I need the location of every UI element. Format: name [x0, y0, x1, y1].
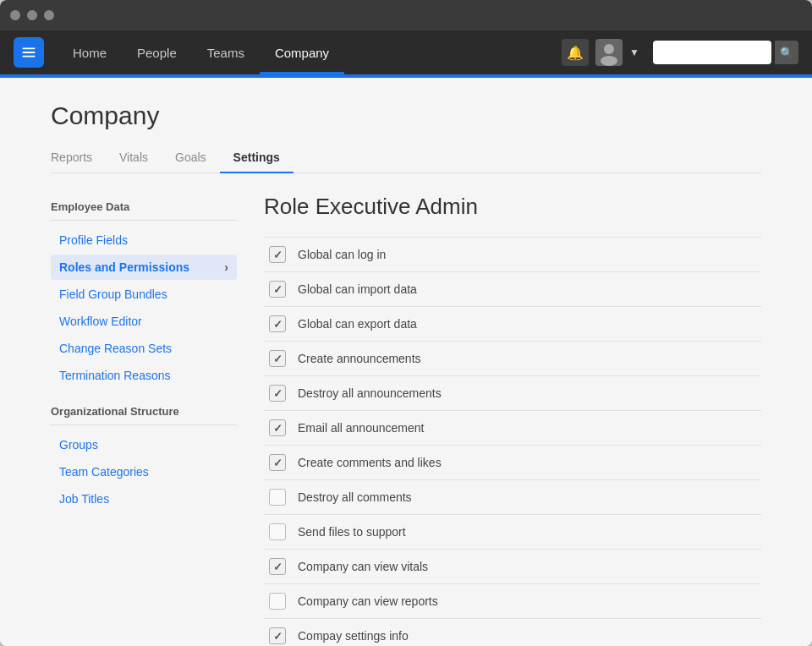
permission-checkbox[interactable] — [269, 385, 286, 402]
permission-row: Destroy all comments — [264, 480, 761, 515]
minimize-dot — [27, 10, 37, 20]
sidebar-item-profile-fields[interactable]: Profile Fields — [51, 227, 237, 253]
tab-goals[interactable]: Goals — [162, 144, 220, 172]
svg-point-1 — [601, 56, 617, 66]
permission-label: Company can view reports — [298, 594, 438, 608]
permission-label: Global can log in — [298, 248, 386, 261]
notifications-bell[interactable]: 🔔 — [562, 39, 589, 66]
permission-row: Create announcements — [264, 342, 761, 376]
sidebar-item-workflow-editor[interactable]: Workflow Editor — [51, 309, 237, 334]
sidebar-divider-2 — [51, 424, 237, 425]
permission-label: Compay settings info — [298, 629, 409, 643]
permission-row: Destroy all announcements — [264, 376, 761, 411]
role-title: Role Executive Admin — [264, 194, 761, 220]
permission-row: Compay settings info — [264, 619, 761, 646]
permission-checkbox[interactable] — [269, 419, 286, 436]
navbar: Home People Teams Company 🔔 ▼ 🔍 — [0, 30, 812, 74]
sidebar-item-job-titles[interactable]: Job Titles — [51, 486, 237, 512]
permission-checkbox[interactable] — [269, 454, 286, 471]
permission-row: Create comments and likes — [264, 446, 761, 480]
permission-checkbox[interactable] — [269, 523, 286, 540]
close-dot — [10, 10, 20, 20]
nav-links: Home People Teams Company — [58, 30, 562, 74]
permission-row: Company can view vitals — [264, 550, 761, 584]
page-tabs: Reports Vitals Goals Settings — [51, 144, 761, 173]
permission-label: Global can import data — [298, 282, 417, 296]
permission-label: Destroy all announcements — [298, 386, 442, 400]
permission-row: Send files to support — [264, 515, 761, 550]
nav-people[interactable]: People — [122, 30, 192, 74]
content-area: Employee Data Profile Fields Roles and P… — [0, 173, 812, 646]
maximize-dot — [44, 10, 54, 20]
permission-label: Company can view vitals — [298, 560, 428, 573]
sidebar: Employee Data Profile Fields Roles and P… — [51, 194, 237, 646]
main-content: Company Reports Vitals Goals Settings Em… — [0, 78, 812, 646]
org-structure-label: Organizational Structure — [51, 405, 237, 418]
permission-checkbox[interactable] — [269, 558, 286, 575]
app-window: Home People Teams Company 🔔 ▼ 🔍 Company … — [0, 0, 812, 646]
permission-label: Destroy all comments — [298, 490, 412, 504]
app-logo[interactable] — [14, 37, 44, 68]
panel: Role Executive Admin Global can log inGl… — [264, 194, 761, 646]
permission-label: Send files to support — [298, 525, 406, 539]
permission-label: Create comments and likes — [298, 456, 442, 469]
svg-point-0 — [604, 44, 614, 54]
nav-company[interactable]: Company — [260, 30, 344, 74]
tab-settings[interactable]: Settings — [220, 144, 294, 172]
sidebar-item-groups[interactable]: Groups — [51, 432, 237, 457]
page-title: Company — [51, 101, 761, 130]
permissions-list: Global can log inGlobal can import dataG… — [264, 237, 761, 646]
permission-row: Company can view reports — [264, 584, 761, 619]
nav-home[interactable]: Home — [58, 30, 122, 74]
permission-checkbox[interactable] — [269, 315, 286, 332]
permission-label: Email all announcement — [298, 421, 424, 435]
permission-row: Global can import data — [264, 272, 761, 307]
sidebar-item-roles-permissions[interactable]: Roles and Permissions › — [51, 255, 237, 280]
permission-row: Global can export data — [264, 307, 761, 342]
sidebar-item-field-group-bundles[interactable]: Field Group Bundles — [51, 282, 237, 307]
permission-row: Global can log in — [264, 238, 761, 272]
page-header: Company Reports Vitals Goals Settings — [0, 78, 812, 173]
permission-label: Global can export data — [298, 317, 417, 331]
sidebar-divider-1 — [51, 220, 237, 221]
permission-checkbox[interactable] — [269, 489, 286, 506]
search-input[interactable] — [653, 41, 771, 64]
sidebar-item-termination-reasons[interactable]: Termination Reasons — [51, 363, 237, 388]
permission-checkbox[interactable] — [269, 593, 286, 610]
user-menu-caret[interactable]: ▼ — [629, 47, 639, 58]
search-button[interactable]: 🔍 — [775, 41, 798, 64]
navbar-right: 🔔 ▼ 🔍 — [562, 39, 798, 66]
permission-checkbox[interactable] — [269, 281, 286, 298]
tab-vitals[interactable]: Vitals — [106, 144, 162, 172]
sidebar-item-change-reason-sets[interactable]: Change Reason Sets — [51, 336, 237, 361]
tab-reports[interactable]: Reports — [51, 144, 106, 172]
permission-row: Email all announcement — [264, 411, 761, 446]
sidebar-item-team-categories[interactable]: Team Categories — [51, 459, 237, 484]
permission-checkbox[interactable] — [269, 350, 286, 367]
user-avatar — [595, 39, 623, 66]
title-bar — [0, 0, 812, 30]
nav-teams[interactable]: Teams — [192, 30, 260, 74]
permission-checkbox[interactable] — [269, 246, 286, 263]
employee-data-label: Employee Data — [51, 200, 237, 213]
chevron-right-icon: › — [224, 260, 228, 274]
permission-label: Create announcements — [298, 352, 421, 365]
permission-checkbox[interactable] — [269, 627, 286, 644]
